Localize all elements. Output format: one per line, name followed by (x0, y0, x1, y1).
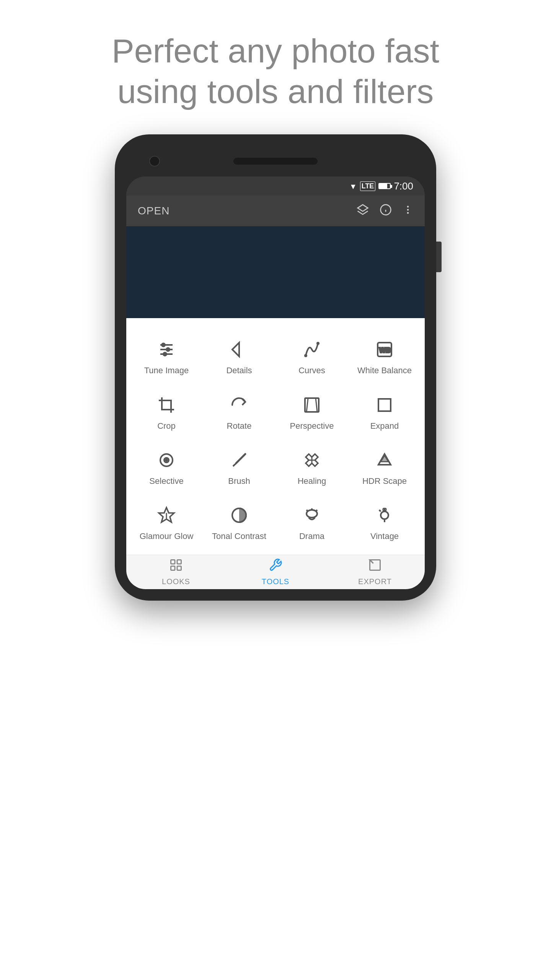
tool-tonal-contrast[interactable]: Tonal Contrast (203, 495, 276, 550)
photo-area (126, 226, 425, 318)
selective-icon (156, 449, 177, 471)
looks-icon (169, 558, 183, 575)
svg-text:WB: WB (379, 346, 391, 354)
tool-curves[interactable]: Curves (276, 330, 348, 385)
phone-frame: LTE 7:00 OPEN (115, 134, 436, 601)
camera-lens (149, 156, 160, 167)
svg-point-4 (407, 206, 409, 207)
info-icon[interactable] (380, 204, 392, 219)
tool-hdr-scape[interactable]: HDR Scape (348, 440, 421, 495)
hdr-scape-label: HDR Scape (362, 476, 407, 486)
export-label: EXPORT (358, 577, 392, 586)
healing-icon (301, 449, 323, 471)
page-header: Perfect any photo fast using tools and f… (66, 0, 485, 134)
rotate-icon (228, 394, 250, 416)
svg-point-22 (166, 459, 167, 461)
side-button (436, 242, 442, 272)
glamour-glow-icon (156, 505, 177, 526)
tool-rotate[interactable]: Rotate (203, 385, 276, 440)
svg-rect-41 (171, 566, 175, 570)
svg-marker-13 (232, 343, 239, 356)
status-icons: LTE 7:00 (349, 180, 413, 192)
tonal-contrast-label: Tonal Contrast (212, 531, 266, 541)
vintage-icon (374, 505, 395, 526)
export-icon (368, 558, 382, 575)
crop-icon (156, 394, 177, 416)
svg-point-10 (162, 343, 165, 346)
svg-rect-19 (378, 399, 391, 411)
svg-point-37 (381, 511, 388, 519)
nav-tools[interactable]: TOOLS (226, 558, 325, 586)
crop-label: Crop (157, 421, 176, 431)
nav-looks[interactable]: LOOKS (126, 558, 226, 586)
tool-expand[interactable]: Expand (348, 385, 421, 440)
wifi-icon (349, 181, 357, 191)
perspective-icon (301, 394, 323, 416)
looks-label: LOOKS (162, 577, 190, 586)
glamour-glow-label: Glamour Glow (140, 531, 194, 541)
svg-line-33 (316, 510, 317, 511)
tools-icon (269, 558, 282, 575)
svg-point-12 (163, 353, 166, 356)
perspective-label: Perspective (290, 421, 334, 431)
vintage-label: Vintage (370, 531, 399, 541)
tool-details[interactable]: Details (203, 330, 276, 385)
tools-grid: Tune Image Details (130, 330, 421, 551)
curves-icon (301, 339, 323, 360)
bottom-nav: LOOKS TOOLS (126, 555, 425, 589)
tools-label: TOOLS (262, 577, 289, 586)
tool-perspective[interactable]: Perspective (276, 385, 348, 440)
tune-image-icon (156, 339, 177, 360)
battery-icon (378, 183, 391, 189)
tool-glamour-glow[interactable]: Glamour Glow (130, 495, 203, 550)
svg-point-14 (304, 354, 307, 357)
nav-export[interactable]: EXPORT (325, 558, 425, 586)
tune-image-label: Tune Image (144, 366, 189, 376)
curves-label: Curves (298, 366, 325, 376)
healing-label: Healing (298, 476, 326, 486)
white-balance-icon: WB (374, 339, 395, 360)
tool-brush[interactable]: Brush (203, 440, 276, 495)
phone-top-bar (126, 146, 425, 176)
drama-icon (301, 505, 323, 526)
brush-icon (228, 449, 250, 471)
hdr-scape-icon (374, 449, 395, 471)
status-time: 7:00 (394, 180, 413, 192)
phone-speaker (233, 158, 318, 165)
details-icon (228, 339, 250, 360)
layers-icon[interactable] (357, 204, 369, 219)
svg-point-15 (316, 342, 320, 345)
svg-rect-39 (171, 560, 175, 564)
lte-icon: LTE (360, 181, 376, 191)
svg-point-5 (407, 209, 409, 211)
tool-selective[interactable]: Selective (130, 440, 203, 495)
expand-label: Expand (370, 421, 399, 431)
open-button[interactable]: OPEN (138, 205, 170, 217)
phone-screen: LTE 7:00 OPEN (126, 176, 425, 589)
tool-healing[interactable]: Healing (276, 440, 348, 495)
svg-rect-40 (177, 560, 181, 564)
tool-vintage[interactable]: Vintage (348, 495, 421, 550)
tonal-contrast-icon (228, 505, 250, 526)
tools-panel: Tune Image Details (126, 318, 425, 555)
svg-point-6 (407, 212, 409, 214)
tool-drama[interactable]: Drama (276, 495, 348, 550)
header-text: Perfect any photo fast using tools and f… (112, 31, 439, 111)
phone-wrapper: LTE 7:00 OPEN (115, 134, 436, 601)
toolbar-icons (357, 204, 413, 219)
svg-point-11 (166, 348, 170, 351)
tool-white-balance[interactable]: WB White Balance (348, 330, 421, 385)
more-icon[interactable] (403, 204, 413, 218)
svg-rect-42 (177, 566, 181, 570)
white-balance-label: White Balance (357, 366, 412, 376)
details-label: Details (226, 366, 252, 376)
svg-line-32 (306, 510, 308, 511)
svg-marker-0 (358, 204, 368, 211)
status-bar: LTE 7:00 (126, 176, 425, 196)
tool-tune-image[interactable]: Tune Image (130, 330, 203, 385)
drama-label: Drama (299, 531, 324, 541)
brush-label: Brush (228, 476, 250, 486)
selective-label: Selective (149, 476, 183, 486)
tool-crop[interactable]: Crop (130, 385, 203, 440)
app-toolbar: OPEN (126, 196, 425, 226)
